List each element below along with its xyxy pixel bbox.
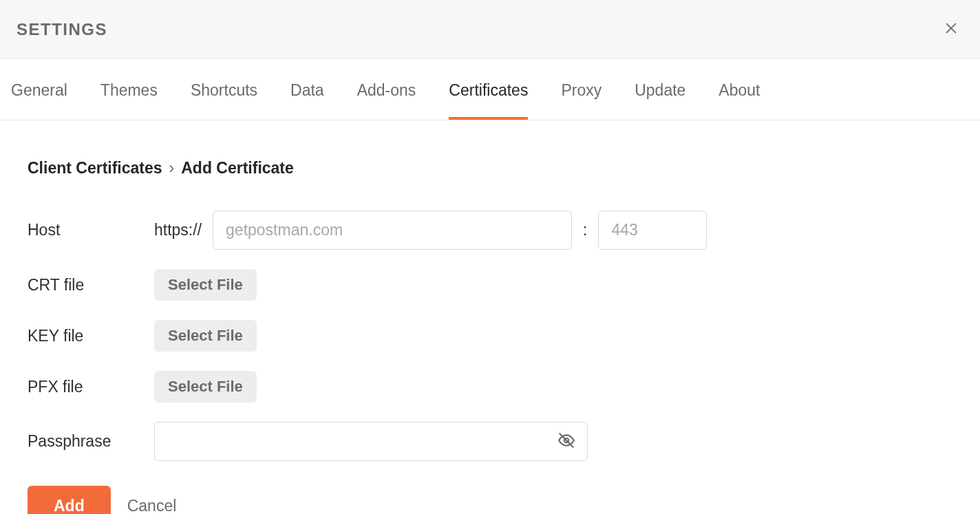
form-actions: Add Cancel	[28, 486, 952, 514]
close-icon	[944, 21, 959, 39]
eye-off-icon	[557, 431, 575, 452]
toggle-visibility-button[interactable]	[557, 431, 575, 452]
port-input[interactable]	[598, 211, 707, 250]
tab-proxy[interactable]: Proxy	[561, 61, 601, 119]
passphrase-input[interactable]	[154, 422, 588, 461]
tab-general[interactable]: General	[11, 61, 67, 119]
settings-header: SETTINGS	[0, 0, 980, 59]
close-button[interactable]	[941, 20, 961, 39]
key-row: KEY file Select File	[28, 320, 952, 352]
add-button[interactable]: Add	[28, 486, 111, 514]
key-select-file-button[interactable]: Select File	[154, 320, 257, 352]
settings-tabs: General Themes Shortcuts Data Add-ons Ce…	[0, 59, 980, 120]
pfx-label: PFX file	[28, 378, 154, 396]
pfx-row: PFX file Select File	[28, 371, 952, 403]
tab-shortcuts[interactable]: Shortcuts	[191, 61, 257, 119]
breadcrumb: Client Certificates › Add Certificate	[28, 159, 952, 178]
passphrase-row: Passphrase	[28, 422, 952, 461]
key-label: KEY file	[28, 327, 154, 345]
host-input[interactable]	[213, 211, 572, 250]
protocol-prefix: https://	[154, 221, 202, 239]
tab-data[interactable]: Data	[290, 61, 324, 119]
chevron-right-icon: ›	[169, 159, 175, 178]
tab-themes[interactable]: Themes	[100, 61, 158, 119]
settings-content: Client Certificates › Add Certificate Ho…	[0, 120, 980, 514]
crt-label: CRT file	[28, 276, 154, 295]
page-title: SETTINGS	[17, 20, 107, 39]
host-label: Host	[28, 221, 154, 239]
crt-select-file-button[interactable]: Select File	[154, 269, 257, 301]
passphrase-wrapper	[154, 422, 588, 461]
crt-row: CRT file Select File	[28, 269, 952, 301]
pfx-select-file-button[interactable]: Select File	[154, 371, 257, 403]
host-port-separator: :	[583, 221, 587, 239]
tab-update[interactable]: Update	[635, 61, 685, 119]
breadcrumb-parent[interactable]: Client Certificates	[28, 159, 162, 178]
host-row: Host https:// :	[28, 211, 952, 250]
tab-about[interactable]: About	[718, 61, 760, 119]
breadcrumb-current: Add Certificate	[181, 159, 294, 178]
tab-addons[interactable]: Add-ons	[357, 61, 416, 119]
tab-certificates[interactable]: Certificates	[449, 61, 528, 119]
cancel-button[interactable]: Cancel	[127, 497, 177, 514]
host-fields: https:// :	[154, 211, 707, 250]
passphrase-label: Passphrase	[28, 432, 154, 451]
